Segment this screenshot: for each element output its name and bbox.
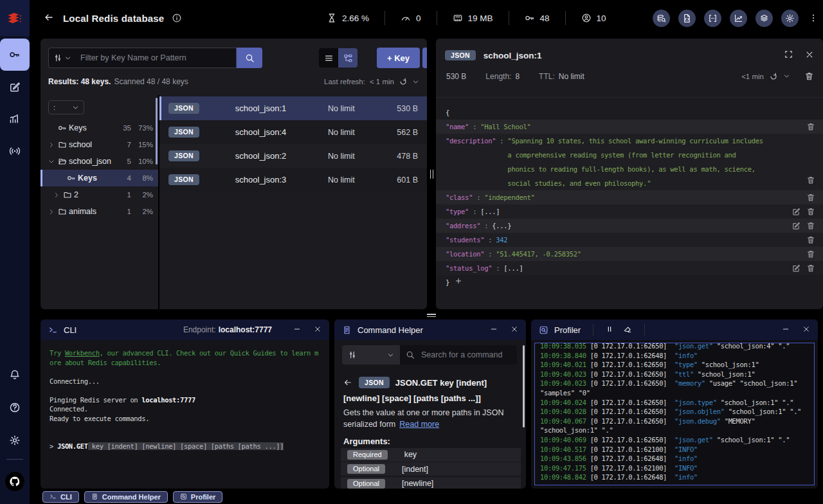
tree-item-keys[interactable]: Keys48% <box>41 170 158 186</box>
delete-field-button[interactable] <box>806 249 815 260</box>
info-icon[interactable] <box>172 13 182 23</box>
bulk-actions-button[interactable] <box>422 48 427 68</box>
close-details-button[interactable] <box>805 50 814 61</box>
delete-field-button[interactable] <box>806 175 815 189</box>
db-stat-users[interactable]: 10 <box>581 13 606 23</box>
json-field-key[interactable]: "description" <box>446 134 496 190</box>
redis-logo[interactable] <box>0 0 30 36</box>
file-code-button[interactable] <box>678 10 696 27</box>
chevron-down-icon[interactable] <box>412 78 419 86</box>
json-field-value[interactable]: 342 <box>496 233 507 247</box>
chevron-right-icon[interactable] <box>47 141 56 148</box>
clear-profiler-button[interactable] <box>623 325 632 336</box>
json-field-value[interactable]: [...] <box>480 204 500 219</box>
close-cli-button[interactable] <box>314 325 321 335</box>
delete-key-icon[interactable] <box>804 71 814 81</box>
key-filter-input[interactable] <box>75 48 237 68</box>
panel-resize-handle-vertical[interactable] <box>427 39 436 309</box>
json-field-value[interactable]: {...} <box>492 219 511 233</box>
tree-item-animals[interactable]: animals12% <box>41 203 158 220</box>
key-name[interactable]: school_json:1 <box>484 51 784 60</box>
json-field-key[interactable]: "status_log" <box>446 261 492 275</box>
json-field-key[interactable]: "name" <box>446 120 469 134</box>
back-to-commands-button[interactable] <box>343 377 352 392</box>
edit-field-button[interactable] <box>791 206 800 217</box>
bottom-tab-cli[interactable]: CLI <box>42 491 79 503</box>
filter-type-dropdown[interactable] <box>48 48 75 68</box>
bottom-tab-profiler[interactable]: Profiler <box>173 491 223 503</box>
chevron-down-icon[interactable] <box>47 158 56 165</box>
json-field-key[interactable]: "address" <box>446 219 480 233</box>
sidebar-item-notifications[interactable] <box>0 358 30 391</box>
helper-scrollbar[interactable] <box>523 345 525 428</box>
tree-scrollbar[interactable] <box>156 98 158 165</box>
json-field-value[interactable]: "independent" <box>484 190 534 204</box>
sidebar-item-browser[interactable] <box>0 39 30 71</box>
chevron-right-icon[interactable] <box>52 192 61 199</box>
grid-code-button[interactable] <box>704 10 721 27</box>
sidebar-item-analytics[interactable] <box>0 103 30 135</box>
cli-workbench-link[interactable]: Workbench <box>65 349 100 357</box>
sidebar-item-github[interactable] <box>0 465 30 498</box>
minimize-helper-button[interactable] <box>490 325 498 335</box>
tree-item-school-json[interactable]: school_json510% <box>41 153 158 170</box>
minimize-cli-button[interactable] <box>293 325 301 335</box>
sidebar-item-workbench[interactable] <box>0 71 30 103</box>
list-view-toggle[interactable] <box>319 48 338 68</box>
minimize-profiler-button[interactable] <box>782 325 790 335</box>
gear-button[interactable] <box>781 10 799 27</box>
db-search-button[interactable] <box>653 10 670 27</box>
add-key-button[interactable]: + Key <box>377 48 420 68</box>
cli-output[interactable]: Try Workbench, our advanced CLI. Check o… <box>41 340 329 460</box>
edit-field-button[interactable] <box>791 221 800 231</box>
json-field-value[interactable]: "Hall School" <box>480 120 530 134</box>
json-field-value[interactable]: [...] <box>503 261 523 275</box>
back-button[interactable] <box>44 12 54 24</box>
db-stat-gauge[interactable]: 0 <box>401 13 421 23</box>
delimiter-dropdown[interactable]: : <box>48 100 84 114</box>
read-more-link[interactable]: Read more <box>399 420 439 429</box>
profiler-log[interactable]: 10:09:38.035 [0 172.17.0.1:62650] "json.… <box>534 343 815 485</box>
overflow-menu-button[interactable] <box>809 14 818 24</box>
chevron-down-icon[interactable] <box>783 73 790 80</box>
key-row[interactable]: JSONschool_json:1No limit530 B <box>159 96 427 120</box>
key-row[interactable]: JSONschool_json:4No limit562 B <box>159 120 427 144</box>
tree-view-toggle[interactable] <box>338 48 357 68</box>
json-field-value[interactable]: "Spanning 10 states, this school award-w… <box>507 134 766 190</box>
refresh-icon[interactable] <box>769 72 778 81</box>
db-stat-memory[interactable]: 19 MB <box>453 13 493 23</box>
json-field-key[interactable]: "students" <box>446 233 484 247</box>
chart-line-button[interactable] <box>730 10 747 27</box>
json-field-value[interactable]: "51.445417, -0.258352" <box>496 247 581 261</box>
close-profiler-button[interactable] <box>802 325 810 335</box>
json-field-key[interactable]: "type" <box>446 204 469 219</box>
refresh-icon[interactable] <box>399 77 408 86</box>
tree-item-keys[interactable]: Keys3573% <box>41 120 158 136</box>
sidebar-item-pubsub[interactable] <box>0 135 30 167</box>
json-field-key[interactable]: "location" <box>446 247 484 261</box>
panel-resize-handle-horizontal[interactable] <box>427 312 437 318</box>
db-stat-hourglass[interactable]: 2.66 % <box>327 13 369 23</box>
json-field-key[interactable]: "class" <box>446 190 473 204</box>
db-stat-key[interactable]: 48 <box>525 13 550 23</box>
sidebar-item-help[interactable] <box>0 391 30 424</box>
edit-field-button[interactable] <box>791 263 800 274</box>
pause-profiler-button[interactable] <box>606 325 613 335</box>
key-row[interactable]: JSONschool_json:3No limit601 B <box>159 168 427 192</box>
sidebar-item-settings[interactable] <box>0 424 30 456</box>
bottom-tab-command-helper[interactable]: Command Helper <box>84 491 168 503</box>
command-filter-dropdown[interactable] <box>342 345 400 364</box>
fullscreen-button[interactable] <box>784 50 793 61</box>
delete-field-button[interactable] <box>806 206 815 217</box>
tree-item-school[interactable]: school715% <box>41 136 158 153</box>
command-search-input[interactable] <box>420 350 511 360</box>
delete-field-button[interactable] <box>806 221 815 231</box>
add-json-field-button[interactable] <box>455 275 462 289</box>
key-row[interactable]: JSONschool_json:2No limit478 B <box>159 144 427 168</box>
ttl-value[interactable]: No limit <box>559 72 584 81</box>
delete-field-button[interactable] <box>806 122 815 132</box>
tree-item-2[interactable]: 212% <box>41 186 158 203</box>
delete-field-button[interactable] <box>806 192 815 203</box>
delete-field-button[interactable] <box>806 263 815 274</box>
search-button[interactable] <box>237 48 262 68</box>
